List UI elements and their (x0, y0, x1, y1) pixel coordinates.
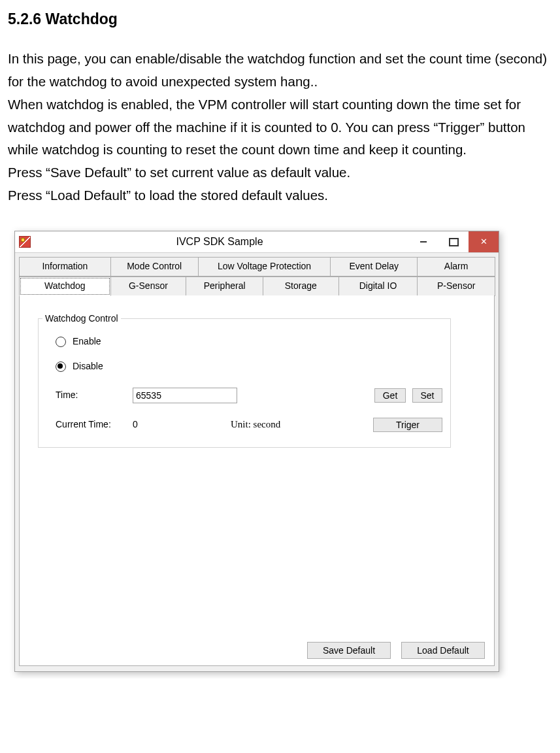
radio-enable-label: Enable (73, 334, 101, 350)
intro-paragraph-4: Press “Load Default” to load the stored … (8, 184, 552, 207)
tab-digital-io[interactable]: Digital IO (338, 276, 418, 296)
tab-g-sensor[interactable]: G-Sensor (110, 276, 187, 296)
watchdog-control-group: Watchdog Control Enable Disable Time: (38, 311, 451, 448)
tab-p-sensor[interactable]: P-Sensor (417, 276, 495, 296)
application-window: IVCP SDK Sample Information Mode Control… (14, 231, 499, 672)
watchdog-group-title: Watchdog Control (42, 311, 121, 327)
unit-label: Unit: second (231, 416, 280, 433)
maximize-button[interactable] (438, 231, 469, 252)
tab-mode-control[interactable]: Mode Control (110, 257, 199, 276)
intro-paragraph-2: When watchdog is enabled, the VPM contro… (8, 93, 552, 162)
set-button[interactable]: Set (412, 388, 442, 403)
tab-low-voltage-protection[interactable]: Low Voltage Protection (198, 257, 331, 276)
tab-event-delay[interactable]: Event Delay (330, 257, 418, 276)
tab-row-2: Watchdog G-Sensor Peripheral Storage Dig… (19, 276, 495, 296)
current-time-label: Current Time: (56, 417, 133, 433)
tab-peripheral[interactable]: Peripheral (186, 276, 263, 296)
radio-disable-row[interactable]: Disable (56, 359, 442, 375)
intro-paragraph-1: In this page, you can enable/disable the… (8, 48, 552, 93)
time-input[interactable] (133, 388, 237, 403)
get-button[interactable]: Get (374, 388, 406, 403)
radio-disable-label: Disable (73, 359, 103, 375)
tab-watchdog[interactable]: Watchdog (19, 276, 111, 296)
window-title: IVCP SDK Sample (31, 233, 408, 250)
tab-panel-watchdog: Watchdog Control Enable Disable Time: (19, 295, 495, 666)
radio-enable-row[interactable]: Enable (56, 334, 442, 350)
time-label: Time: (56, 388, 133, 403)
app-icon (19, 236, 31, 248)
tab-information[interactable]: Information (19, 257, 111, 276)
intro-paragraph-3: Press “Save Default” to set current valu… (8, 161, 552, 184)
tab-alarm[interactable]: Alarm (417, 257, 495, 276)
tab-row-1: Information Mode Control Low Voltage Pro… (19, 257, 495, 276)
close-button[interactable] (469, 231, 499, 252)
radio-disable-icon[interactable] (56, 361, 66, 372)
trigger-button[interactable]: Triger (373, 418, 442, 432)
minimize-button[interactable] (408, 231, 438, 252)
section-heading: 5.2.6 Watchdog (8, 7, 552, 32)
title-bar: IVCP SDK Sample (15, 231, 499, 253)
load-default-button[interactable]: Load Default (401, 642, 485, 659)
current-time-value: 0 (133, 417, 231, 433)
tab-storage[interactable]: Storage (263, 276, 339, 296)
radio-enable-icon[interactable] (56, 337, 66, 347)
save-default-button[interactable]: Save Default (307, 642, 391, 659)
